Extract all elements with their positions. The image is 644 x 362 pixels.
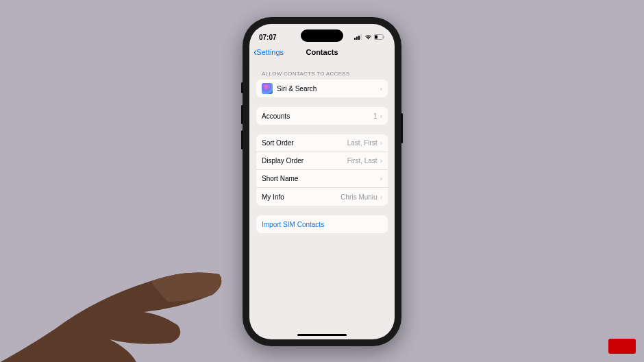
svg-rect-3	[360, 34, 362, 40]
svg-rect-0	[354, 38, 356, 40]
row-import-sim[interactable]: Import SIM Contacts	[256, 215, 388, 233]
row-sort-order[interactable]: Sort Order Last, First ›	[256, 134, 388, 152]
section-header-allow: ALLOW CONTACTS TO ACCESS	[249, 62, 395, 80]
group-ordering: Sort Order Last, First › Display Order F…	[256, 134, 388, 206]
svg-rect-2	[358, 36, 360, 40]
hand-overlay	[0, 192, 247, 362]
wifi-icon	[364, 34, 372, 40]
svg-rect-6	[384, 36, 384, 38]
cell-value: Chris Muniu	[340, 193, 377, 201]
youtube-badge	[608, 339, 636, 354]
cell-label: Siri & Search	[277, 85, 380, 93]
cell-label: Sort Order	[262, 139, 347, 147]
row-siri-search[interactable]: Siri & Search ›	[256, 80, 388, 97]
phone-frame: 07:07 ‹ Settings Contacts ALLOW CONTACTS…	[243, 17, 401, 346]
chevron-right-icon: ›	[380, 139, 382, 147]
cell-label: Display Order	[262, 157, 347, 165]
power-button	[401, 113, 403, 143]
group-import: Import SIM Contacts	[256, 215, 388, 233]
battery-icon	[374, 34, 385, 40]
cell-value: First, Last	[347, 157, 377, 165]
siri-icon	[262, 83, 273, 94]
cell-value: 1	[373, 112, 377, 120]
group-siri: Siri & Search ›	[256, 80, 388, 97]
cell-label: My Info	[262, 193, 340, 201]
silent-switch	[241, 82, 243, 93]
row-accounts[interactable]: Accounts 1 ›	[256, 107, 388, 125]
svg-rect-5	[375, 36, 377, 39]
group-accounts: Accounts 1 ›	[256, 107, 388, 125]
svg-rect-1	[356, 37, 358, 40]
row-display-order[interactable]: Display Order First, Last ›	[256, 152, 388, 170]
cell-label: Short Name	[262, 175, 380, 182]
volume-down-button	[241, 130, 243, 149]
row-my-info[interactable]: My Info Chris Muniu ›	[256, 188, 388, 206]
volume-up-button	[241, 105, 243, 124]
cell-label: Accounts	[262, 112, 373, 120]
cellular-icon	[354, 34, 362, 40]
chevron-right-icon: ›	[380, 112, 382, 120]
page-title: Contacts	[306, 48, 338, 56]
screen: 07:07 ‹ Settings Contacts ALLOW CONTACTS…	[249, 24, 395, 339]
cell-label: Import SIM Contacts	[262, 221, 382, 228]
row-short-name[interactable]: Short Name ›	[256, 170, 388, 188]
cell-value: Last, First	[347, 139, 377, 147]
dynamic-island	[301, 29, 343, 42]
chevron-right-icon: ›	[380, 157, 382, 165]
home-indicator[interactable]	[297, 334, 347, 336]
back-button[interactable]: ‹ Settings	[253, 47, 284, 58]
chevron-right-icon: ›	[380, 175, 382, 182]
chevron-right-icon: ›	[380, 85, 382, 93]
back-label: Settings	[256, 48, 284, 56]
chevron-right-icon: ›	[380, 193, 382, 201]
nav-bar: ‹ Settings Contacts	[249, 45, 395, 62]
status-time: 07:07	[259, 34, 277, 41]
